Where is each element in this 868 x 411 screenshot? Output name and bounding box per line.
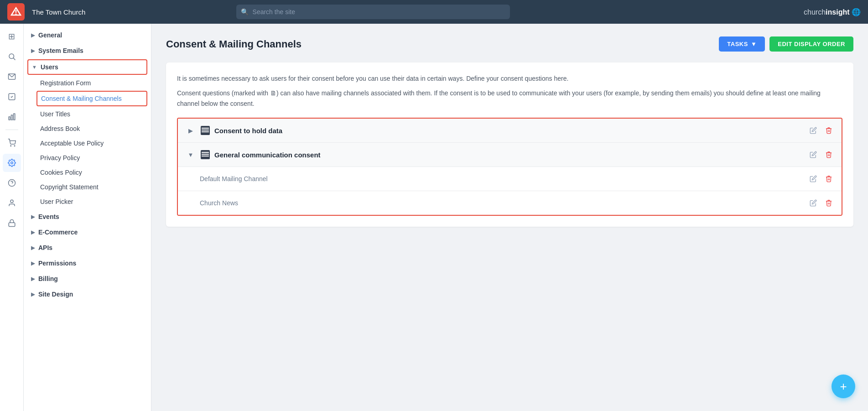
nav-icon-chart[interactable] [3,108,21,126]
table-icon [201,126,210,135]
chevron-right-icon: ▶ [31,260,35,266]
nav-icon-settings[interactable] [3,154,21,172]
delete-church-news-button[interactable] [823,198,834,208]
content-card: It is sometimes necessary to ask users f… [166,62,853,227]
app-logo[interactable] [7,3,25,21]
chevron-right-icon: ▶ [31,276,35,282]
expand-general-comm-button[interactable]: ▼ [185,149,196,160]
consent-table: ▶ Consent to hold data ▼ [177,118,842,216]
svg-rect-7 [9,117,10,120]
description-1: It is sometimes necessary to ask users f… [177,73,842,83]
default-mailing-label: Default Mailing Channel [200,175,803,182]
chevron-right-icon: ▶ [31,214,35,220]
fab-add-button[interactable]: + [832,375,855,398]
sidebar-sub-acceptable-use[interactable]: Acceptable Use Policy [24,136,151,151]
nav-icon-check[interactable] [3,88,21,106]
edit-hold-data-button[interactable] [808,125,819,136]
chevron-right-icon: ▶ [31,291,35,297]
sidebar-item-system-emails[interactable]: ▶ System Emails [24,43,151,58]
main-content: Consent & Mailing Channels TASKS ▼ EDIT … [151,24,868,411]
sub-row-church-news: Church News [178,191,842,215]
svg-rect-16 [9,223,15,226]
sidebar-divider [5,130,18,130]
chevron-right-icon: ▶ [31,32,35,38]
nav-sidebar: ▶ General ▶ System Emails ▼ Users Regist… [24,24,151,411]
sidebar-sub-user-picker[interactable]: User Picker [24,194,151,209]
search-icon: 🔍 [241,8,249,16]
icon-sidebar: ⊞ [0,24,24,411]
svg-point-3 [9,54,14,59]
svg-line-4 [13,58,15,60]
nav-icon-mail[interactable] [3,68,21,86]
row-actions [808,149,834,160]
sidebar-item-events[interactable]: ▶ Events [24,209,151,224]
edit-default-mailing-button[interactable] [808,173,819,184]
sidebar-item-apis[interactable]: ▶ APIs [24,240,151,255]
sidebar-item-general[interactable]: ▶ General [24,27,151,43]
sidebar-item-billing[interactable]: ▶ Billing [24,271,151,286]
search-bar[interactable]: 🔍 [236,5,510,19]
dropdown-arrow-icon: ▼ [751,41,757,47]
chevron-right-icon: ▶ [31,245,35,251]
svg-rect-8 [11,115,12,120]
delete-default-mailing-button[interactable] [823,173,834,184]
sidebar-sub-cookies-policy[interactable]: Cookies Policy [24,165,151,180]
sidebar-item-users[interactable]: ▼ Users [27,59,147,75]
nav-icon-lock[interactable] [3,214,21,232]
sidebar-sub-address-book[interactable]: Address Book [24,121,151,136]
nav-icon-search[interactable] [3,47,21,66]
svg-rect-9 [13,114,15,120]
sidebar-item-site-design[interactable]: ▶ Site Design [24,286,151,302]
tasks-button[interactable]: TASKS ▼ [719,36,765,52]
table-icon [201,150,210,159]
sidebar-sub-copyright[interactable]: Copyright Statement [24,180,151,194]
svg-point-2 [16,14,16,15]
header-actions: TASKS ▼ EDIT DISPLAY ORDER [719,36,853,52]
row-actions [808,125,834,136]
sidebar-item-permissions[interactable]: ▶ Permissions [24,255,151,271]
page-title: Consent & Mailing Channels [166,38,301,50]
search-input[interactable] [236,5,510,19]
sidebar-sub-user-titles[interactable]: User Titles [24,107,151,121]
delete-hold-data-button[interactable] [823,125,834,136]
edit-general-comm-button[interactable] [808,149,819,160]
consent-general-comm-label: General communication consent [214,151,803,159]
chevron-right-icon: ▶ [31,48,35,54]
svg-point-11 [14,146,15,146]
sidebar-sub-registration-form[interactable]: Registration Form [24,76,151,90]
svg-point-10 [10,146,11,146]
consent-row-hold-data: ▶ Consent to hold data [178,119,842,143]
sidebar-sub-privacy-policy[interactable]: Privacy Policy [24,151,151,165]
description-2: Consent questions (marked with 🗎) can al… [177,88,842,109]
church-news-label: Church News [200,199,803,207]
expand-hold-data-button[interactable]: ▶ [185,125,196,136]
consent-row-general-comm: ▼ General communication consent [178,143,842,167]
nav-icon-grid[interactable]: ⊞ [3,27,21,46]
row-actions [808,198,834,208]
sub-row-default-mailing: Default Mailing Channel [178,167,842,191]
nav-icon-cart[interactable] [3,134,21,152]
svg-point-15 [10,200,13,203]
page-header: Consent & Mailing Channels TASKS ▼ EDIT … [166,36,853,52]
svg-point-12 [10,162,13,164]
delete-general-comm-button[interactable] [823,149,834,160]
row-actions [808,173,834,184]
edit-church-news-button[interactable] [808,198,819,208]
nav-icon-help[interactable] [3,174,21,192]
nav-icon-user[interactable] [3,194,21,212]
chevron-down-icon: ▼ [32,64,37,70]
brand: churchinsight 🌐 [804,8,861,16]
edit-display-order-button[interactable]: EDIT DISPLAY ORDER [769,36,853,52]
topbar: The Town Church 🔍 churchinsight 🌐 [0,0,868,24]
chevron-right-icon: ▶ [31,229,35,235]
consent-hold-data-label: Consent to hold data [214,127,803,135]
org-name: The Town Church [32,8,85,16]
sidebar-item-ecommerce[interactable]: ▶ E-Commerce [24,224,151,240]
sidebar-sub-consent-mailing[interactable]: Consent & Mailing Channels [36,91,147,106]
